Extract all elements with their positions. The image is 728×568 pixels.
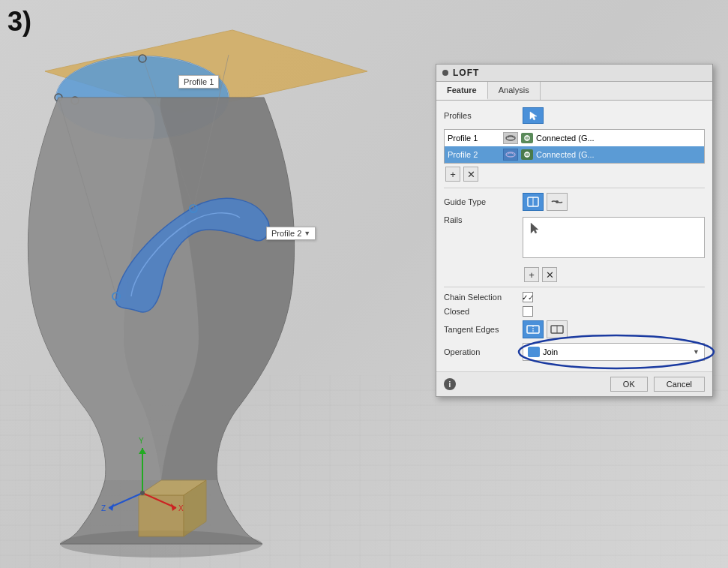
add-remove-row: + ✕ [444, 167, 705, 182]
profile1-connected-text: Connected (G... [536, 134, 595, 143]
chain-selection-row: Chain Selection ✓ [444, 292, 705, 302]
profile2-dropdown-arrow: ▼ [304, 230, 310, 237]
rails-label: Rails [444, 215, 523, 224]
action-buttons: OK Cancel [610, 377, 705, 392]
info-icon[interactable]: i [444, 378, 456, 390]
dialog-tabs: Feature Analysis [436, 82, 712, 101]
cancel-button[interactable]: Cancel [654, 377, 705, 392]
guide-type-row: Guide Type [444, 193, 705, 211]
svg-marker-46 [139, 448, 146, 454]
tangent-solid-icon [526, 323, 541, 336]
profile-list-item-2[interactable]: Profile 2 Connected (G... [445, 146, 704, 163]
rails-content: + ✕ [523, 215, 705, 282]
profile2-icon [503, 149, 518, 161]
profile2-connected-text: Connected (G... [536, 150, 595, 159]
operation-row: Operation Join ▼ [444, 343, 705, 361]
tangent-edges-content [523, 320, 705, 338]
operation-arrow: ▼ [693, 348, 700, 356]
operation-icon [528, 347, 540, 357]
guide-type-label: Guide Type [444, 197, 523, 206]
link-icon-2 [523, 151, 531, 158]
profile1-icon [503, 132, 518, 144]
guide-rails-icon [526, 196, 540, 208]
rails-add-remove-row: + ✕ [523, 267, 557, 282]
dialog-title: LOFT [453, 68, 479, 78]
dialog-body: Profiles Profile 1 [436, 101, 712, 371]
profiles-selector-btn[interactable] [523, 107, 544, 124]
dialog-titlebar: LOFT [436, 65, 712, 82]
profile1-connected-icon [521, 133, 533, 143]
operation-value: Join [543, 347, 693, 356]
profiles-content [523, 107, 705, 124]
operation-label: Operation [444, 347, 523, 356]
tangent-dashed-icon [550, 323, 565, 336]
chain-selection-checkbox[interactable]: ✓ [523, 292, 533, 302]
guide-type-buttons [523, 193, 568, 211]
tab-feature[interactable]: Feature [436, 82, 488, 100]
3d-viewport[interactable]: 3) Profile 1 Profile 2 ▼ X Y Z LOFT [0, 0, 728, 568]
profile-list-item-1[interactable]: Profile 1 Connected (G... [445, 130, 704, 146]
svg-point-60 [556, 200, 559, 203]
profile-list: Profile 1 Connected (G... [444, 129, 705, 164]
add-rail-btn[interactable]: + [524, 267, 539, 282]
guide-type-btn-1[interactable] [523, 193, 544, 211]
profile-shape-icon [505, 134, 517, 143]
tangent-edges-label: Tangent Edges [444, 325, 523, 334]
rails-area[interactable] [523, 217, 705, 258]
tab-analysis[interactable]: Analysis [488, 82, 541, 100]
svg-point-51 [140, 491, 145, 495]
loft-dialog: LOFT Feature Analysis Profiles [436, 64, 713, 397]
chain-selection-label: Chain Selection [444, 293, 523, 302]
operation-content: Join ▼ [523, 343, 705, 361]
divider-2 [444, 287, 705, 287]
guide-type-content [523, 193, 705, 211]
closed-checkbox[interactable] [523, 306, 533, 317]
profile2-name: Profile 2 [448, 150, 500, 159]
svg-line-48 [109, 493, 142, 508]
closed-row: Closed [444, 306, 705, 317]
tangent-edges-row: Tangent Edges [444, 320, 705, 338]
operation-dropdown[interactable]: Join ▼ [523, 343, 705, 361]
divider-1 [444, 188, 705, 188]
title-dot [442, 70, 448, 76]
step-annotation: 3) [7, 6, 31, 38]
profiles-row: Profiles [444, 107, 705, 125]
svg-line-42 [142, 493, 176, 508]
ok-button[interactable]: OK [610, 377, 648, 392]
rails-row: Rails + ✕ [444, 215, 705, 282]
remove-rail-btn[interactable]: ✕ [542, 267, 557, 282]
profile2-label[interactable]: Profile 2 ▼ [266, 227, 316, 240]
closed-label: Closed [444, 307, 523, 316]
profile1-name: Profile 1 [448, 134, 500, 143]
svg-text:Z: Z [101, 504, 106, 512]
dialog-bottom: i OK Cancel [436, 371, 712, 396]
tangent-edges-btn-1[interactable] [523, 320, 544, 338]
guide-centerline-icon [550, 196, 564, 208]
profile-shape-icon-2 [505, 150, 517, 159]
svg-text:X: X [178, 504, 184, 512]
profiles-label: Profiles [444, 111, 523, 120]
cursor-icon-rails [529, 222, 538, 234]
link-icon [523, 134, 531, 142]
add-profile-btn[interactable]: + [445, 167, 460, 182]
svg-text:Y: Y [139, 437, 144, 445]
profile2-connected-icon [521, 149, 533, 160]
coordinate-axes: X Y Z [97, 433, 187, 523]
cursor-icon [528, 110, 538, 121]
remove-profile-btn[interactable]: ✕ [463, 167, 478, 182]
profile1-label: Profile 1 [178, 75, 219, 89]
rails-cursor [529, 222, 538, 236]
tangent-edges-btn-2[interactable] [547, 320, 568, 338]
guide-type-btn-2[interactable] [547, 193, 568, 211]
